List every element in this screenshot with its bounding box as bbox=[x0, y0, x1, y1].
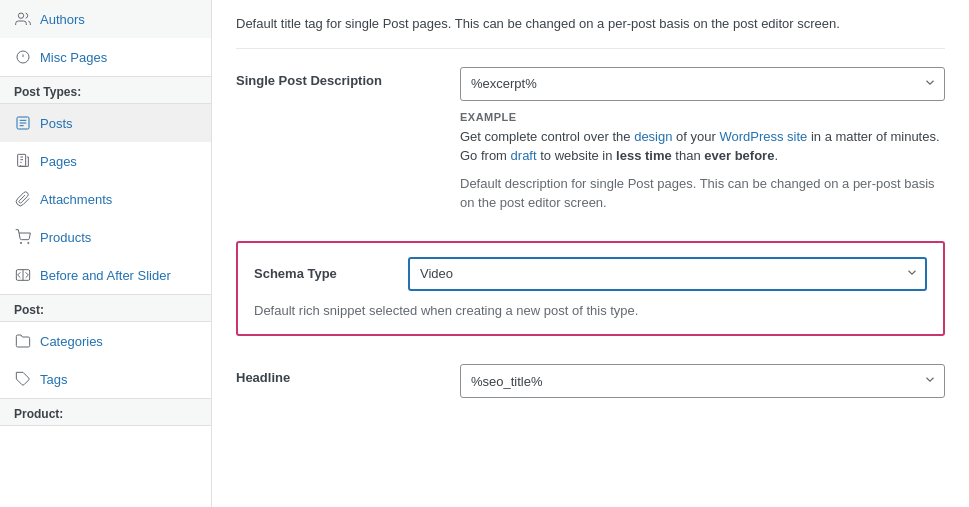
schema-type-row: Schema Type Article Blog Post News Artic… bbox=[254, 257, 927, 291]
sidebar-item-products-label: Products bbox=[40, 230, 91, 245]
post-types-section-header: Post Types: bbox=[0, 76, 211, 104]
sidebar-item-authors[interactable]: Authors bbox=[0, 0, 211, 38]
sidebar-item-pages-label: Pages bbox=[40, 154, 77, 169]
sidebar-item-pages[interactable]: Pages bbox=[0, 142, 211, 180]
svg-rect-8 bbox=[18, 154, 26, 166]
sidebar-item-categories[interactable]: Categories bbox=[0, 322, 211, 360]
sidebar-item-products[interactable]: Products bbox=[0, 218, 211, 256]
folder-icon bbox=[14, 332, 32, 350]
sidebar-item-attachments[interactable]: Attachments bbox=[0, 180, 211, 218]
slider-icon bbox=[14, 266, 32, 284]
attachment-icon bbox=[14, 190, 32, 208]
sidebar-item-before-after-slider[interactable]: Before and After Slider bbox=[0, 256, 211, 294]
headline-row: Headline %seo_title% bbox=[236, 350, 945, 412]
svg-point-10 bbox=[28, 242, 29, 243]
post-section-header: Post: bbox=[0, 294, 211, 322]
person-icon bbox=[14, 10, 32, 28]
schema-type-label: Schema Type bbox=[254, 266, 384, 281]
example-text-2: Default description for single Post page… bbox=[460, 174, 945, 213]
example-text-1: Get complete control over the design of … bbox=[460, 127, 945, 166]
posts-icon bbox=[14, 114, 32, 132]
sidebar: Authors Misc Pages Post Types: Posts bbox=[0, 0, 212, 507]
sidebar-item-authors-label: Authors bbox=[40, 12, 85, 27]
sidebar-item-categories-label: Categories bbox=[40, 334, 103, 349]
svg-point-9 bbox=[20, 242, 21, 243]
single-post-description-select[interactable]: %excerpt% bbox=[460, 67, 945, 101]
sidebar-item-misc-pages-label: Misc Pages bbox=[40, 50, 107, 65]
sidebar-item-tags-label: Tags bbox=[40, 372, 67, 387]
products-icon bbox=[14, 228, 32, 246]
sidebar-item-before-after-slider-label: Before and After Slider bbox=[40, 268, 171, 283]
headline-label: Headline bbox=[236, 364, 436, 385]
main-content: Default title tag for single Post pages.… bbox=[212, 0, 969, 507]
sidebar-item-attachments-label: Attachments bbox=[40, 192, 112, 207]
schema-type-select-wrapper: Article Blog Post News Article Video Non… bbox=[408, 257, 927, 291]
single-post-description-label: Single Post Description bbox=[236, 67, 436, 88]
headline-content: %seo_title% bbox=[460, 364, 945, 398]
example-label: EXAMPLE bbox=[460, 111, 945, 123]
schema-type-section: Schema Type Article Blog Post News Artic… bbox=[236, 241, 945, 337]
single-post-description-row: Single Post Description %excerpt% EXAMPL… bbox=[236, 53, 945, 227]
sidebar-item-posts[interactable]: Posts bbox=[0, 104, 211, 142]
single-post-description-select-wrapper: %excerpt% bbox=[460, 67, 945, 101]
sidebar-item-tags[interactable]: Tags bbox=[0, 360, 211, 398]
divider-1 bbox=[236, 48, 945, 49]
circle-icon bbox=[14, 48, 32, 66]
schema-type-help-text: Default rich snippet selected when creat… bbox=[254, 301, 927, 321]
sidebar-item-misc-pages[interactable]: Misc Pages bbox=[0, 38, 211, 76]
schema-type-select[interactable]: Article Blog Post News Article Video Non… bbox=[408, 257, 927, 291]
headline-select-wrapper: %seo_title% bbox=[460, 364, 945, 398]
intro-text: Default title tag for single Post pages.… bbox=[236, 0, 945, 44]
product-section-header: Product: bbox=[0, 398, 211, 426]
svg-point-0 bbox=[18, 13, 23, 18]
sidebar-item-posts-label: Posts bbox=[40, 116, 73, 131]
tag-icon bbox=[14, 370, 32, 388]
pages-icon bbox=[14, 152, 32, 170]
single-post-description-content: %excerpt% EXAMPLE Get complete control o… bbox=[460, 67, 945, 213]
headline-select[interactable]: %seo_title% bbox=[460, 364, 945, 398]
